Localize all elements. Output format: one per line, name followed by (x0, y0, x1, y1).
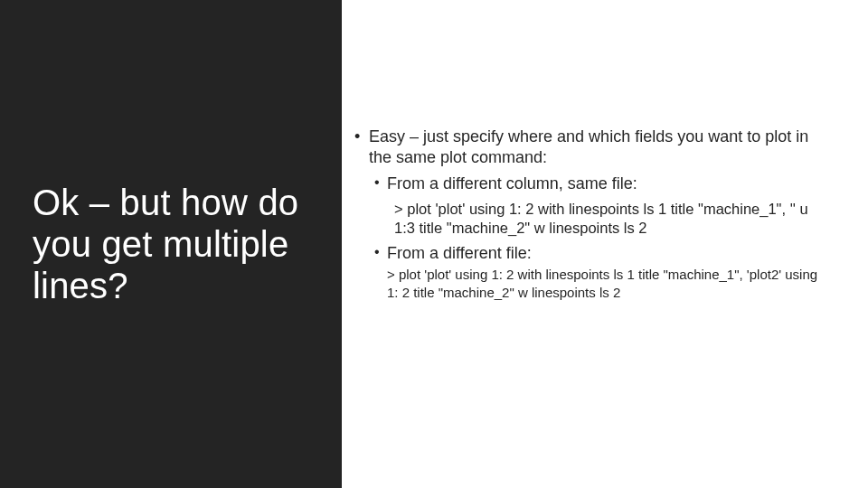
title-panel: Ok – but how do you get multiple lines? (0, 0, 342, 488)
bullet-dot-icon: • (354, 127, 369, 168)
code-sample-2: > plot 'plot' using 1: 2 with linespoint… (387, 266, 835, 300)
sub-bullet-1-label: From a different column, same file: (387, 174, 835, 194)
slide: Ok – but how do you get multiple lines? … (0, 0, 868, 488)
sub-bullet-2-label: From a different file: (387, 243, 835, 264)
bullet-level-2: • From a different file: (374, 243, 835, 264)
slide-title: Ok – but how do you get multiple lines? (33, 182, 315, 306)
bullet-level-2: • From a different column, same file: (374, 174, 835, 194)
bullet-main-text: Easy – just specify where and which fiel… (369, 127, 835, 168)
content-panel: • Easy – just specify where and which fi… (342, 0, 868, 488)
bullet-dot-icon: • (374, 174, 387, 194)
bullet-level-1: • Easy – just specify where and which fi… (354, 127, 835, 168)
code-sample-1: > plot 'plot' using 1: 2 with linespoint… (394, 200, 835, 238)
bullet-dot-icon: • (374, 243, 387, 264)
